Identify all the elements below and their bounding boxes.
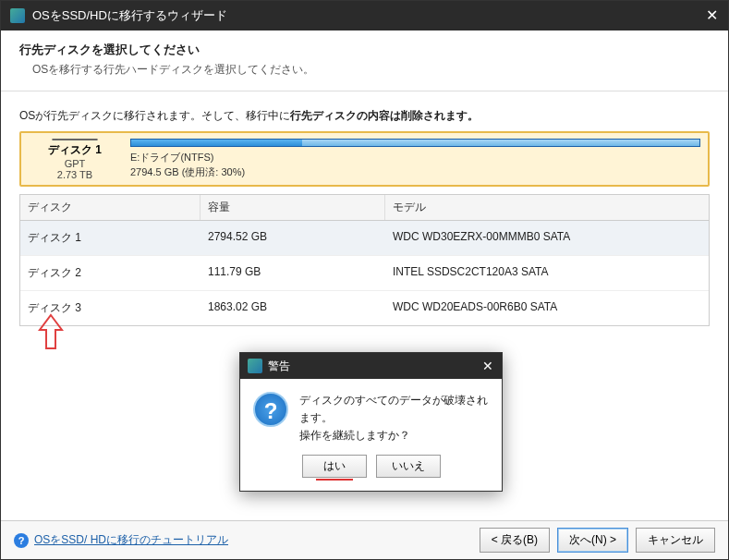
drive-label: E:ドライブ(NTFS)	[130, 151, 700, 164]
selected-disk-left: ディスク 1 GPT 2.73 TB	[29, 139, 121, 179]
next-button[interactable]: 次へ(N) >	[557, 528, 628, 553]
table-header: ディスク 容量 モデル	[20, 195, 709, 221]
col-capacity: 容量	[200, 195, 385, 220]
info-prefix: OSが行先ディスクに移行されます。そして、移行中に	[19, 109, 290, 122]
selected-disk-right: E:ドライブ(NTFS) 2794.5 GB (使用済: 30%)	[130, 139, 700, 179]
annotation-arrow	[38, 313, 64, 353]
dialog-buttons: はい いいえ	[240, 455, 502, 491]
help-icon: ?	[14, 533, 29, 548]
table-row[interactable]: ディスク 3 1863.02 GB WDC WD20EADS-00R6B0 SA…	[20, 291, 709, 325]
cell-capacity: 111.79 GB	[200, 256, 385, 290]
col-disk: ディスク	[20, 195, 200, 220]
cell-disk: ディスク 1	[20, 221, 200, 255]
warning-line1: ディスクのすべてのデータが破壊されます。	[299, 392, 489, 427]
app-icon	[10, 8, 25, 23]
usage-bar-fill	[131, 140, 302, 146]
cell-disk: ディスク 2	[20, 256, 200, 290]
disk-icon	[52, 139, 98, 140]
info-bold: 行先ディスクの内容は削除されます。	[290, 109, 479, 122]
cell-model: INTEL SSDSC2CT120A3 SATA	[385, 256, 709, 290]
dialog-close-icon[interactable]: ✕	[480, 358, 496, 374]
wizard-window: OSをSSD/HDに移行するウィザード ✕ 行先ディスクを選択してください OS…	[0, 0, 729, 560]
table-row[interactable]: ディスク 1 2794.52 GB WDC WD30EZRX-00MMMB0 S…	[20, 221, 709, 256]
warning-line2: 操作を継続しますか？	[299, 427, 489, 444]
cell-model: WDC WD20EADS-00R6B0 SATA	[385, 291, 709, 325]
question-icon: ?	[253, 392, 288, 427]
dialog-titlebar: 警告 ✕	[240, 353, 502, 379]
col-model: モデル	[385, 195, 709, 220]
selected-disk-panel: ディスク 1 GPT 2.73 TB E:ドライブ(NTFS) 2794.5 G…	[19, 131, 710, 187]
capacity-line: 2794.5 GB (使用済: 30%)	[130, 165, 700, 179]
titlebar: OSをSSD/HDに移行するウィザード ✕	[1, 1, 728, 30]
cell-capacity: 1863.02 GB	[200, 291, 385, 325]
page-subtitle: OSを移行する行先ハードディスクを選択してください。	[32, 62, 710, 78]
selected-disk-size: 2.73 TB	[57, 169, 92, 180]
close-icon[interactable]: ✕	[702, 6, 721, 25]
no-button[interactable]: いいえ	[376, 455, 441, 478]
dialog-text: ディスクのすべてのデータが破壊されます。 操作を継続しますか？	[299, 392, 489, 445]
wizard-header: 行先ディスクを選択してください OSを移行する行先ハードディスクを選択してくださ…	[1, 30, 728, 91]
dialog-app-icon	[248, 359, 262, 373]
dialog-body: ? ディスクのすべてのデータが破壊されます。 操作を継続しますか？	[240, 379, 502, 455]
cell-model: WDC WD30EZRX-00MMMB0 SATA	[385, 221, 709, 255]
tutorial-link[interactable]: OSをSSD/ HDに移行のチュートリアル	[34, 532, 228, 548]
selected-disk-name: ディスク 1	[48, 142, 102, 158]
selected-disk-type: GPT	[65, 158, 86, 169]
disk-table: ディスク 容量 モデル ディスク 1 2794.52 GB WDC WD30EZ…	[19, 194, 710, 326]
back-button[interactable]: < 戻る(B)	[480, 528, 550, 553]
content-area: OSが行先ディスクに移行されます。そして、移行中に行先ディスクの内容は削除されま…	[1, 91, 728, 326]
page-title: 行先ディスクを選択してください	[19, 42, 710, 58]
usage-bar-empty	[302, 140, 700, 146]
warning-dialog: 警告 ✕ ? ディスクのすべてのデータが破壊されます。 操作を継続しますか？ は…	[239, 352, 503, 492]
dialog-title: 警告	[268, 359, 290, 374]
info-line: OSが行先ディスクに移行されます。そして、移行中に行先ディスクの内容は削除されま…	[19, 108, 710, 124]
cell-capacity: 2794.52 GB	[200, 221, 385, 255]
usage-bar	[130, 139, 700, 147]
table-row[interactable]: ディスク 2 111.79 GB INTEL SSDSC2CT120A3 SAT…	[20, 256, 709, 291]
cancel-button[interactable]: キャンセル	[636, 528, 715, 553]
footer: ? OSをSSD/ HDに移行のチュートリアル < 戻る(B) 次へ(N) > …	[1, 520, 728, 559]
yes-button[interactable]: はい	[302, 455, 367, 478]
footer-link-wrap: ? OSをSSD/ HDに移行のチュートリアル	[14, 532, 472, 548]
window-title: OSをSSD/HDに移行するウィザード	[32, 7, 227, 24]
